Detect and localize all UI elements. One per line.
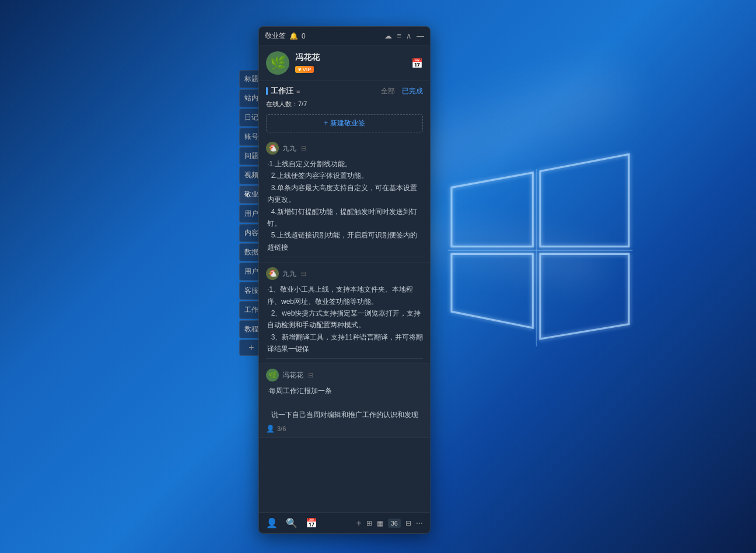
add-icon[interactable]: + [356,518,361,528]
profile-info: 冯花花 ♥ VIP [295,52,320,74]
minimize-icon[interactable]: — [416,32,424,40]
profile-name: 冯花花 [295,52,320,63]
vip-badge: ♥ VIP [295,66,314,73]
work-notes-icon: ≡ [296,88,300,94]
view-icon[interactable]: ▦ [377,519,383,527]
profile-section: 🌿 冯花花 ♥ VIP 📅 [259,46,430,81]
cloud-icon[interactable]: ☁ [384,32,392,40]
work-notes-label: 工作汪 [271,86,293,96]
work-notes-header: 工作汪 ≡ 全部 已完成 [259,81,430,99]
bell-icon: 🔔 [289,32,298,40]
windows-logo [429,117,651,362]
note-card-2: 🐔 九九 ⊟ ·1、敬业小工具上线，支持本地文件夹、本地程序、web网址、敬业签… [259,262,430,364]
grid-icon[interactable]: ⊞ [366,519,372,527]
note-meta-3: 👤 3/6 [266,425,423,433]
note-divider-1 [266,257,423,257]
participants-count: 3/6 [277,425,286,432]
bottom-toolbar-left: 👤 🔍 📅 [266,517,317,528]
avatar[interactable]: 🌿 [266,51,289,75]
profile-left: 🌿 冯花花 ♥ VIP [266,51,320,75]
note-content-3: ·每周工作汇报加一条 说一下自己当周对编辑和推广工作的认识和发现 [266,385,423,421]
calendar-toolbar-icon[interactable]: 📅 [306,517,317,528]
note-username-3: 冯花花 [282,370,303,380]
notes-content-area[interactable]: 🐔 九九 ⊟ ·1.上线自定义分割线功能。 2.上线便签内容字体设置功能。 3.… [259,137,430,512]
note-username-2: 九九 [282,269,296,279]
expand-icon[interactable]: ∧ [406,32,412,40]
note-avatar-3: 🌿 [266,369,279,382]
note-card-3-header: 🌿 冯花花 ⊟ [266,369,423,382]
title-accent-bar [266,87,268,95]
note-divider-2 [266,358,423,359]
note-card-2-header: 🐔 九九 ⊟ [266,267,423,280]
count-badge: 36 [388,519,401,528]
note-edit-icon-3[interactable]: ⊟ [308,372,313,379]
note-edit-icon-1[interactable]: ⊟ [301,145,306,152]
note-content-1: ·1.上线自定义分割线功能。 2.上线便签内容字体设置功能。 3.单条内容最大高… [266,158,423,253]
bottom-toolbar-right: + ⊞ ▦ 36 ⊟ ⋯ [356,518,423,528]
online-label: 在线人数： [266,100,298,107]
app-title: 敬业签 [265,31,286,41]
note-edit-icon-2[interactable]: ⊟ [301,270,306,278]
title-bar-icons: ☁ ≡ ∧ — [384,32,424,40]
work-notes-title: 工作汪 ≡ [266,86,300,96]
participants-icon: 👤 [266,425,275,433]
note-card-1-header: 🐔 九九 ⊟ [266,142,423,155]
menu-icon[interactable]: ≡ [397,32,401,40]
work-notes-actions: 全部 已完成 [381,86,423,96]
action-all[interactable]: 全部 [381,86,395,96]
note-card-3: 🌿 冯花花 ⊟ ·每周工作汇报加一条 说一下自己当周对编辑和推广工作的认识和发现… [259,364,430,438]
search-icon[interactable]: 🔍 [286,517,298,528]
action-done[interactable]: 已完成 [402,86,423,96]
title-bar: 敬业签 🔔 0 ☁ ≡ ∧ — [259,27,430,46]
add-note-button[interactable]: + 新建敬业签 [266,114,423,132]
note-username-1: 九九 [282,144,296,153]
avatar-emoji: 🌿 [270,55,286,71]
note-card-1: 🐔 九九 ⊟ ·1.上线自定义分割线功能。 2.上线便签内容字体设置功能。 3.… [259,137,430,262]
more-icon[interactable]: ⋯ [416,519,423,527]
calendar-button[interactable]: 📅 [411,58,423,69]
app-window: 敬业签 🔔 0 ☁ ≡ ∧ — 🌿 冯花花 ♥ VIP 📅 工作汪 ≡ [258,26,430,534]
note-avatar-2: 🐔 [266,267,279,280]
online-count-row: 在线人数：7/7 [259,99,430,112]
user-icon[interactable]: 👤 [266,517,278,528]
title-bar-left: 敬业签 🔔 0 [265,31,306,41]
table-icon[interactable]: ⊟ [405,519,411,527]
notification-count: 0 [302,32,306,40]
bottom-toolbar: 👤 🔍 📅 + ⊞ ▦ 36 ⊟ ⋯ [259,512,430,533]
online-count-value: 7/7 [298,100,307,107]
note-content-2: ·1、敬业小工具上线，支持本地文件夹、本地程序、web网址、敬业签功能等功能。 … [266,284,423,355]
note-avatar-1: 🐔 [266,142,279,155]
